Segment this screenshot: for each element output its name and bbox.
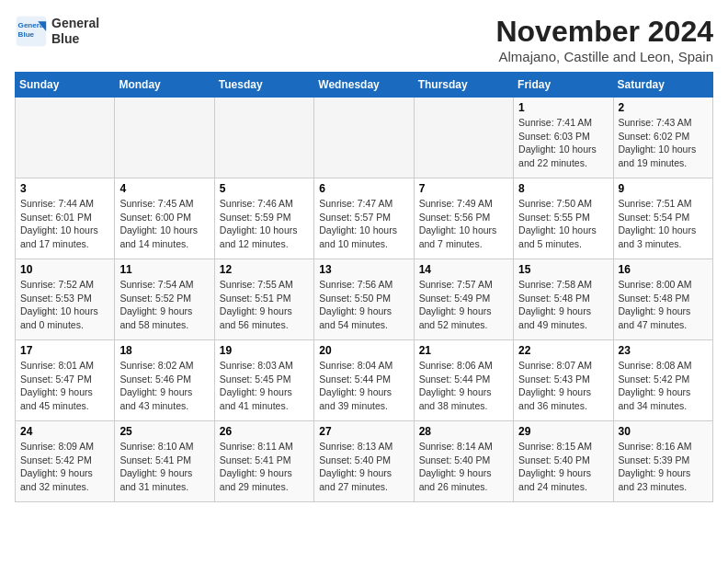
- day-number: 6: [319, 182, 408, 195]
- calendar-cell: 21Sunrise: 8:06 AM Sunset: 5:44 PM Dayli…: [414, 340, 513, 421]
- calendar-cell: 29Sunrise: 8:15 AM Sunset: 5:40 PM Dayli…: [514, 421, 613, 502]
- day-number: 9: [619, 182, 708, 195]
- calendar-cell: 26Sunrise: 8:11 AM Sunset: 5:41 PM Dayli…: [214, 421, 313, 502]
- day-info: Sunrise: 7:56 AM Sunset: 5:50 PM Dayligh…: [319, 278, 408, 332]
- header-row: SundayMondayTuesdayWednesdayThursdayFrid…: [16, 73, 713, 98]
- day-info: Sunrise: 8:00 AM Sunset: 5:48 PM Dayligh…: [619, 278, 708, 332]
- calendar-week-row: 3Sunrise: 7:44 AM Sunset: 6:01 PM Daylig…: [16, 178, 713, 259]
- calendar-cell: 27Sunrise: 8:13 AM Sunset: 5:40 PM Dayli…: [314, 421, 414, 502]
- calendar-cell: [115, 98, 214, 178]
- day-info: Sunrise: 7:58 AM Sunset: 5:48 PM Dayligh…: [518, 278, 608, 332]
- day-info: Sunrise: 8:11 AM Sunset: 5:41 PM Dayligh…: [220, 440, 309, 494]
- day-info: Sunrise: 8:15 AM Sunset: 5:40 PM Dayligh…: [518, 440, 608, 494]
- calendar-cell: 20Sunrise: 8:04 AM Sunset: 5:44 PM Dayli…: [314, 340, 414, 421]
- month-title: November 2024: [495, 15, 713, 49]
- day-info: Sunrise: 7:52 AM Sunset: 5:53 PM Dayligh…: [20, 278, 109, 332]
- calendar-cell: 2Sunrise: 7:43 AM Sunset: 6:02 PM Daylig…: [613, 98, 712, 178]
- day-info: Sunrise: 7:51 AM Sunset: 5:54 PM Dayligh…: [619, 197, 708, 251]
- calendar-cell: 9Sunrise: 7:51 AM Sunset: 5:54 PM Daylig…: [613, 178, 712, 259]
- calendar-cell: 8Sunrise: 7:50 AM Sunset: 5:55 PM Daylig…: [514, 178, 613, 259]
- day-info: Sunrise: 7:41 AM Sunset: 6:03 PM Dayligh…: [518, 116, 608, 170]
- calendar-cell: [414, 98, 513, 178]
- day-info: Sunrise: 7:49 AM Sunset: 5:56 PM Dayligh…: [419, 197, 508, 251]
- calendar-cell: 17Sunrise: 8:01 AM Sunset: 5:47 PM Dayli…: [16, 340, 115, 421]
- logo-text2: Blue: [51, 31, 99, 47]
- logo-icon: General Blue: [15, 15, 48, 48]
- calendar-cell: 28Sunrise: 8:14 AM Sunset: 5:40 PM Dayli…: [414, 421, 513, 502]
- calendar-cell: 1Sunrise: 7:41 AM Sunset: 6:03 PM Daylig…: [514, 98, 613, 178]
- day-info: Sunrise: 7:47 AM Sunset: 5:57 PM Dayligh…: [319, 197, 408, 251]
- day-number: 26: [220, 425, 309, 438]
- day-info: Sunrise: 8:07 AM Sunset: 5:43 PM Dayligh…: [518, 359, 608, 413]
- calendar-cell: 12Sunrise: 7:55 AM Sunset: 5:51 PM Dayli…: [214, 259, 313, 340]
- day-number: 25: [119, 425, 209, 438]
- calendar-cell: 30Sunrise: 8:16 AM Sunset: 5:39 PM Dayli…: [613, 421, 712, 502]
- day-number: 11: [119, 263, 209, 276]
- day-info: Sunrise: 7:50 AM Sunset: 5:55 PM Dayligh…: [518, 197, 608, 251]
- day-number: 8: [518, 182, 608, 195]
- calendar-week-row: 24Sunrise: 8:09 AM Sunset: 5:42 PM Dayli…: [16, 421, 713, 502]
- day-info: Sunrise: 7:46 AM Sunset: 5:59 PM Dayligh…: [220, 197, 309, 251]
- weekday-header: Thursday: [414, 73, 513, 98]
- day-number: 27: [319, 425, 408, 438]
- day-number: 16: [619, 263, 708, 276]
- day-number: 23: [619, 344, 708, 357]
- day-number: 3: [20, 182, 109, 195]
- day-info: Sunrise: 8:04 AM Sunset: 5:44 PM Dayligh…: [319, 359, 408, 413]
- day-number: 14: [419, 263, 508, 276]
- day-number: 7: [419, 182, 508, 195]
- day-number: 10: [20, 263, 109, 276]
- day-info: Sunrise: 8:08 AM Sunset: 5:42 PM Dayligh…: [619, 359, 708, 413]
- calendar-cell: 15Sunrise: 7:58 AM Sunset: 5:48 PM Dayli…: [514, 259, 613, 340]
- calendar-cell: [314, 98, 414, 178]
- calendar-cell: 18Sunrise: 8:02 AM Sunset: 5:46 PM Dayli…: [115, 340, 214, 421]
- calendar-cell: 10Sunrise: 7:52 AM Sunset: 5:53 PM Dayli…: [16, 259, 115, 340]
- calendar-cell: [16, 98, 115, 178]
- day-number: 2: [619, 101, 708, 114]
- weekday-header: Tuesday: [214, 73, 313, 98]
- calendar-cell: 22Sunrise: 8:07 AM Sunset: 5:43 PM Dayli…: [514, 340, 613, 421]
- calendar-cell: 14Sunrise: 7:57 AM Sunset: 5:49 PM Dayli…: [414, 259, 513, 340]
- day-info: Sunrise: 7:43 AM Sunset: 6:02 PM Dayligh…: [619, 116, 708, 170]
- day-info: Sunrise: 8:09 AM Sunset: 5:42 PM Dayligh…: [20, 440, 109, 494]
- calendar-cell: 11Sunrise: 7:54 AM Sunset: 5:52 PM Dayli…: [115, 259, 214, 340]
- weekday-header: Monday: [115, 73, 214, 98]
- calendar-cell: 3Sunrise: 7:44 AM Sunset: 6:01 PM Daylig…: [16, 178, 115, 259]
- calendar-cell: 13Sunrise: 7:56 AM Sunset: 5:50 PM Dayli…: [314, 259, 414, 340]
- day-info: Sunrise: 8:03 AM Sunset: 5:45 PM Dayligh…: [220, 359, 309, 413]
- day-info: Sunrise: 8:02 AM Sunset: 5:46 PM Dayligh…: [119, 359, 209, 413]
- day-number: 18: [119, 344, 209, 357]
- day-number: 13: [319, 263, 408, 276]
- day-number: 17: [20, 344, 109, 357]
- day-info: Sunrise: 7:45 AM Sunset: 6:00 PM Dayligh…: [119, 197, 209, 251]
- calendar-cell: 6Sunrise: 7:47 AM Sunset: 5:57 PM Daylig…: [314, 178, 414, 259]
- day-number: 21: [419, 344, 508, 357]
- day-number: 15: [518, 263, 608, 276]
- calendar-cell: 7Sunrise: 7:49 AM Sunset: 5:56 PM Daylig…: [414, 178, 513, 259]
- day-number: 20: [319, 344, 408, 357]
- day-number: 30: [619, 425, 708, 438]
- day-number: 19: [220, 344, 309, 357]
- day-number: 28: [419, 425, 508, 438]
- weekday-header: Saturday: [613, 73, 712, 98]
- day-info: Sunrise: 8:06 AM Sunset: 5:44 PM Dayligh…: [419, 359, 508, 413]
- title-area: November 2024 Almajano, Castille and Leo…: [495, 15, 713, 64]
- logo: General Blue General Blue: [15, 15, 99, 48]
- day-number: 29: [518, 425, 608, 438]
- day-info: Sunrise: 7:57 AM Sunset: 5:49 PM Dayligh…: [419, 278, 508, 332]
- calendar-cell: 16Sunrise: 8:00 AM Sunset: 5:48 PM Dayli…: [613, 259, 712, 340]
- svg-text:Blue: Blue: [18, 30, 35, 39]
- calendar-week-row: 10Sunrise: 7:52 AM Sunset: 5:53 PM Dayli…: [16, 259, 713, 340]
- weekday-header: Sunday: [16, 73, 115, 98]
- day-number: 1: [518, 101, 608, 114]
- calendar-cell: [214, 98, 313, 178]
- day-info: Sunrise: 7:54 AM Sunset: 5:52 PM Dayligh…: [119, 278, 209, 332]
- location-title: Almajano, Castille and Leon, Spain: [495, 49, 713, 64]
- day-info: Sunrise: 8:01 AM Sunset: 5:47 PM Dayligh…: [20, 359, 109, 413]
- calendar-week-row: 17Sunrise: 8:01 AM Sunset: 5:47 PM Dayli…: [16, 340, 713, 421]
- day-number: 4: [119, 182, 209, 195]
- day-info: Sunrise: 8:16 AM Sunset: 5:39 PM Dayligh…: [619, 440, 708, 494]
- calendar-cell: 23Sunrise: 8:08 AM Sunset: 5:42 PM Dayli…: [613, 340, 712, 421]
- day-info: Sunrise: 7:55 AM Sunset: 5:51 PM Dayligh…: [220, 278, 309, 332]
- calendar-cell: 5Sunrise: 7:46 AM Sunset: 5:59 PM Daylig…: [214, 178, 313, 259]
